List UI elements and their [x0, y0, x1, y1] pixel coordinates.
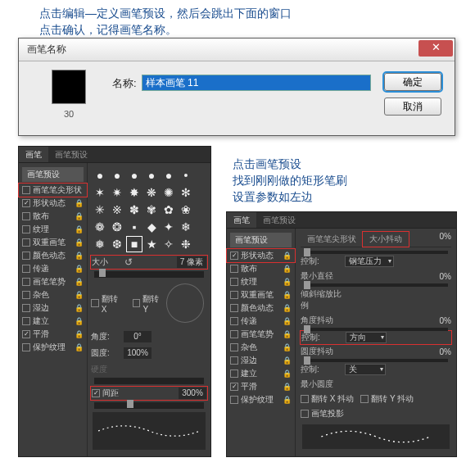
- brush-cell-29[interactable]: ❉: [179, 237, 193, 252]
- projection-checkbox[interactable]: [301, 410, 309, 418]
- tab-preset[interactable]: 画笔预设: [48, 147, 94, 162]
- brush-cell-16[interactable]: ✿: [161, 202, 176, 217]
- brush-cell-11[interactable]: ✻: [179, 185, 193, 200]
- flipy-checkbox[interactable]: [133, 299, 141, 307]
- brush-cell-6[interactable]: ✶: [93, 185, 107, 200]
- roundjitter-slider[interactable]: [304, 359, 448, 362]
- side-checkbox[interactable]: [230, 278, 238, 286]
- side-checkbox[interactable]: [22, 252, 30, 260]
- brush-cell-9[interactable]: ❋: [144, 185, 159, 200]
- flipx-jitter-checkbox[interactable]: [301, 395, 309, 403]
- angle-widget[interactable]: [166, 283, 204, 323]
- side-item-r-2[interactable]: 纹理🔒: [227, 275, 295, 288]
- side-checkbox[interactable]: [230, 252, 238, 260]
- side-item-1[interactable]: 形状动态🔒: [19, 197, 87, 210]
- brush-cell-21[interactable]: ◆: [144, 220, 159, 234]
- brush-cell-18[interactable]: ❁: [93, 220, 107, 234]
- side-checkbox[interactable]: [230, 330, 238, 338]
- brush-cell-19[interactable]: ❂: [110, 220, 124, 234]
- side-checkbox[interactable]: [22, 343, 30, 351]
- side-checkbox[interactable]: [22, 265, 30, 273]
- ok-button[interactable]: 确定: [384, 73, 441, 91]
- brush-cell-15[interactable]: ✾: [144, 202, 159, 217]
- brush-cell-8[interactable]: ✸: [127, 185, 142, 200]
- brush-cell-3[interactable]: ●: [144, 168, 159, 183]
- side-checkbox[interactable]: [230, 343, 238, 351]
- ctrl-tab-sizejitter[interactable]: 大小抖动: [363, 232, 409, 247]
- side-item-r-4[interactable]: 颜色动态🔒: [227, 301, 295, 315]
- brush-cell-28[interactable]: ✧: [161, 237, 176, 252]
- brush-tip-grid[interactable]: ●●●●●•✶✷✸❋✺✻✳※✽✾✿❀❁❂▪◆✦❄❅❆■★✧❉: [91, 166, 207, 253]
- side-item-r-6[interactable]: 画笔笔势🔒: [227, 328, 295, 341]
- anglejitter-value[interactable]: 0%: [440, 316, 451, 325]
- control-dropdown[interactable]: 钢笔压力: [345, 256, 394, 267]
- side-item-r-10[interactable]: 平滑🔒: [227, 380, 295, 393]
- brush-cell-2[interactable]: ●: [127, 168, 142, 183]
- side-item-r-9[interactable]: 建立🔒: [227, 367, 295, 380]
- side-checkbox[interactable]: [22, 212, 30, 220]
- cancel-button[interactable]: 取消: [384, 97, 441, 116]
- side-checkbox[interactable]: [22, 225, 30, 233]
- side-checkbox[interactable]: [22, 238, 30, 247]
- side-item-4[interactable]: 双重画笔🔒: [19, 236, 87, 249]
- brush-cell-20[interactable]: ▪: [127, 220, 142, 234]
- side-item-r-0[interactable]: 形状动态🔒: [227, 249, 295, 262]
- control2-dropdown[interactable]: 方向: [346, 332, 387, 343]
- side-header-r[interactable]: 画笔预设: [230, 233, 292, 247]
- brush-cell-26[interactable]: ■: [127, 237, 142, 252]
- side-item-10[interactable]: 建立🔒: [19, 315, 87, 328]
- brush-cell-7[interactable]: ✷: [110, 185, 124, 200]
- side-checkbox[interactable]: [22, 186, 30, 194]
- side-item-2[interactable]: 散布🔒: [19, 210, 87, 223]
- side-item-11[interactable]: 平滑🔒: [19, 328, 87, 341]
- tab-preset-r[interactable]: 画笔预设: [256, 212, 302, 228]
- side-checkbox[interactable]: [22, 330, 30, 338]
- side-checkbox[interactable]: [230, 265, 238, 273]
- side-checkbox[interactable]: [230, 369, 238, 378]
- brush-name-input[interactable]: [142, 75, 371, 91]
- ctrl-tab-tip[interactable]: 画笔笔尖形状: [301, 232, 363, 247]
- control3-dropdown[interactable]: 关: [345, 364, 386, 375]
- roundjitter-value[interactable]: 0%: [440, 347, 451, 356]
- side-checkbox[interactable]: [230, 304, 238, 312]
- brush-cell-22[interactable]: ✦: [161, 220, 176, 234]
- spacing-checkbox[interactable]: [92, 389, 100, 397]
- brush-cell-24[interactable]: ❅: [93, 237, 107, 252]
- side-item-r-7[interactable]: 杂色🔒: [227, 341, 295, 354]
- side-checkbox[interactable]: [22, 291, 30, 299]
- brush-cell-10[interactable]: ✺: [161, 185, 176, 200]
- side-item-r-5[interactable]: 传递🔒: [227, 315, 295, 328]
- brush-cell-13[interactable]: ※: [110, 202, 124, 217]
- side-item-r-1[interactable]: 散布🔒: [227, 262, 295, 275]
- side-header[interactable]: 画笔预设: [22, 167, 84, 182]
- side-checkbox[interactable]: [230, 317, 238, 325]
- side-item-8[interactable]: 杂色🔒: [19, 288, 87, 301]
- roundness-value[interactable]: 100%: [124, 347, 152, 359]
- side-checkbox[interactable]: [230, 396, 238, 404]
- brush-cell-25[interactable]: ❆: [110, 237, 124, 252]
- brush-cell-0[interactable]: ●: [93, 168, 107, 183]
- brush-cell-12[interactable]: ✳: [93, 202, 107, 217]
- side-checkbox[interactable]: [22, 199, 30, 207]
- side-checkbox[interactable]: [22, 304, 30, 312]
- side-checkbox[interactable]: [22, 317, 30, 325]
- side-item-6[interactable]: 传递🔒: [19, 262, 87, 275]
- side-checkbox[interactable]: [230, 356, 238, 365]
- reset-icon[interactable]: ↺: [124, 256, 133, 268]
- side-item-r-8[interactable]: 湿边🔒: [227, 354, 295, 367]
- brush-cell-17[interactable]: ❀: [179, 202, 193, 217]
- side-item-3[interactable]: 纹理🔒: [19, 223, 87, 236]
- side-item-12[interactable]: 保护纹理🔒: [19, 341, 87, 354]
- tab-brush-r[interactable]: 画笔: [227, 212, 256, 228]
- side-item-7[interactable]: 画笔笔势🔒: [19, 275, 87, 288]
- brush-cell-23[interactable]: ❄: [179, 220, 193, 234]
- mindiam-slider[interactable]: [304, 283, 448, 287]
- mindiam-value[interactable]: 0%: [440, 272, 451, 281]
- brush-cell-4[interactable]: ●: [161, 168, 176, 183]
- brush-cell-14[interactable]: ✽: [127, 202, 142, 217]
- side-checkbox[interactable]: [230, 383, 238, 391]
- sizejitter-slider[interactable]: [304, 251, 448, 254]
- anglejitter-slider[interactable]: [304, 328, 448, 331]
- close-icon[interactable]: ✕: [418, 40, 453, 57]
- side-checkbox[interactable]: [22, 278, 30, 286]
